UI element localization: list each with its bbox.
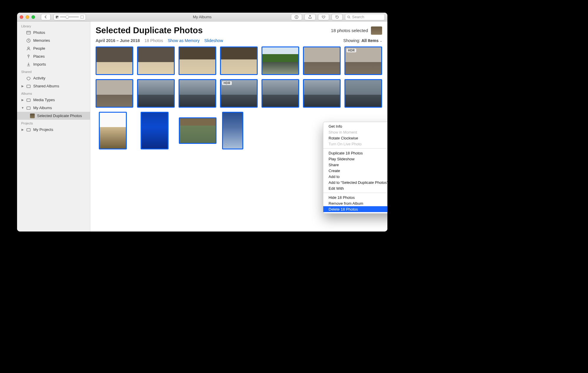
thumbnail-size-slider[interactable] xyxy=(54,14,86,20)
sidebar-item-media-types[interactable]: ▶Media Types xyxy=(17,96,90,104)
titlebar: My Albums Search xyxy=(17,13,387,21)
menu-show-in-moment: Show in Moment xyxy=(323,129,387,135)
menu-hide[interactable]: Hide 18 Photos xyxy=(323,194,387,200)
svg-rect-16 xyxy=(27,107,30,109)
menu-edit-with[interactable]: Edit With▶ xyxy=(323,185,387,191)
show-as-memory-link[interactable]: Show as Memory xyxy=(168,38,199,43)
photo-count: 18 Photos xyxy=(144,38,163,43)
menu-turn-on-live-photo: Turn On Live Photo xyxy=(323,141,387,147)
menu-add-to[interactable]: Add to▶ xyxy=(323,174,387,179)
chevron-down-icon: ⌄ xyxy=(380,39,382,42)
context-menu: Get Info Show in Moment Rotate Clockwise… xyxy=(323,122,387,214)
minimize-window-button[interactable] xyxy=(26,15,29,19)
photos-app-window: My Albums Search Library Photos xyxy=(17,13,387,232)
album-title: Selected Duplicate Photos xyxy=(96,26,203,35)
search-icon xyxy=(347,15,351,19)
info-button[interactable] xyxy=(291,14,302,20)
sidebar-label: People xyxy=(33,46,45,51)
sidebar-item-imports[interactable]: Imports xyxy=(17,60,90,68)
menu-play-slideshow[interactable]: Play Slideshow xyxy=(323,156,387,162)
svg-rect-1 xyxy=(57,16,58,17)
sidebar-label: My Projects xyxy=(33,127,53,132)
photo-thumb[interactable] xyxy=(137,46,175,75)
grid-small-icon xyxy=(56,16,58,18)
close-window-button[interactable] xyxy=(20,15,23,19)
sidebar-section-shared: Shared xyxy=(17,68,90,74)
menu-create[interactable]: Create▶ xyxy=(323,168,387,174)
share-button[interactable] xyxy=(304,14,316,20)
photo-thumb[interactable]: HDR xyxy=(220,79,258,108)
menu-delete[interactable]: Delete 18 Photos xyxy=(323,206,387,212)
photo-thumb[interactable]: ♡ xyxy=(222,112,243,149)
sidebar-label: My Albums xyxy=(33,106,52,110)
favorite-button[interactable] xyxy=(318,14,329,20)
svg-rect-3 xyxy=(57,17,58,18)
photo-thumb[interactable] xyxy=(220,46,258,75)
svg-rect-7 xyxy=(296,17,297,18)
sidebar-item-my-albums[interactable]: ▼My Albums xyxy=(17,104,90,112)
showing-value[interactable]: All Items xyxy=(362,38,379,43)
sidebar-item-my-projects[interactable]: ▶My Projects xyxy=(17,126,90,134)
key-photo-thumbnail[interactable] xyxy=(371,26,382,35)
sidebar-label: Imports xyxy=(33,62,46,66)
menu-remove-from-album[interactable]: Remove from Album xyxy=(323,200,387,206)
search-field[interactable]: Search xyxy=(345,14,385,20)
photo-thumb[interactable] xyxy=(261,46,299,75)
svg-point-8 xyxy=(348,16,350,18)
sidebar-item-memories[interactable]: Memories xyxy=(17,36,90,44)
menu-rotate-clockwise[interactable]: Rotate Clockwise xyxy=(323,135,387,141)
photo-thumb[interactable] xyxy=(303,79,341,108)
photo-thumb[interactable]: HDR xyxy=(344,46,382,75)
svg-point-6 xyxy=(296,16,297,16)
sidebar-section-albums: Albums xyxy=(17,90,90,96)
photo-thumb[interactable] xyxy=(137,79,175,108)
sidebar-item-photos[interactable]: Photos xyxy=(17,29,90,36)
sidebar-label: Activity xyxy=(33,76,45,80)
sidebar-item-selected-duplicate-photos[interactable]: Selected Duplicate Photos xyxy=(17,112,90,120)
photo-thumb[interactable] xyxy=(179,79,216,108)
menu-duplicate[interactable]: Duplicate 18 Photos xyxy=(323,150,387,156)
sidebar-label: Media Types xyxy=(33,98,55,102)
svg-rect-15 xyxy=(27,99,30,101)
main-content: Selected Duplicate Photos 18 photos sele… xyxy=(90,21,387,232)
back-button[interactable] xyxy=(41,14,51,20)
svg-rect-14 xyxy=(27,85,30,88)
svg-point-12 xyxy=(28,47,29,49)
sidebar-item-activity[interactable]: Activity xyxy=(17,74,90,82)
showing-label: Showing: xyxy=(343,38,360,43)
sidebar: Library Photos Memories People Places Im… xyxy=(17,21,90,232)
menu-share[interactable]: Share▶ xyxy=(323,162,387,168)
sidebar-section-projects: Projects xyxy=(17,120,90,126)
photo-thumb[interactable] xyxy=(99,112,127,149)
photo-thumb[interactable] xyxy=(344,79,382,108)
sidebar-item-people[interactable]: People xyxy=(17,44,90,52)
grid-large-icon xyxy=(81,16,84,19)
photo-thumb[interactable] xyxy=(96,46,133,75)
sidebar-label: Photos xyxy=(33,30,45,35)
photo-thumb[interactable] xyxy=(303,46,341,75)
photo-thumb[interactable] xyxy=(261,79,299,108)
menu-get-info[interactable]: Get Info xyxy=(323,123,387,129)
heart-icon: ♡ xyxy=(224,143,228,147)
hdr-badge: HDR xyxy=(222,81,232,85)
slideshow-link[interactable]: Slideshow xyxy=(204,38,223,43)
sidebar-label: Shared Albums xyxy=(33,84,59,88)
sidebar-item-places[interactable]: Places xyxy=(17,52,90,60)
photo-thumb[interactable] xyxy=(96,79,133,108)
sidebar-label: Places xyxy=(33,54,45,59)
zoom-window-button[interactable] xyxy=(31,15,35,19)
svg-point-13 xyxy=(28,55,29,56)
svg-rect-2 xyxy=(56,17,57,18)
photo-thumb[interactable] xyxy=(141,112,169,149)
photo-thumb[interactable] xyxy=(179,117,216,144)
rotate-button[interactable] xyxy=(332,14,343,20)
hdr-badge: HDR xyxy=(347,49,356,52)
window-title: My Albums xyxy=(193,15,212,19)
sidebar-section-library: Library xyxy=(17,23,90,29)
sidebar-item-shared-albums[interactable]: ▶Shared Albums xyxy=(17,82,90,90)
sidebar-label: Selected Duplicate Photos xyxy=(37,114,82,118)
date-range: April 2016 – June 2018 xyxy=(96,38,140,43)
search-placeholder: Search xyxy=(352,15,364,19)
menu-add-to-album[interactable]: Add to “Selected Duplicate Photos” xyxy=(323,179,387,185)
photo-thumb[interactable] xyxy=(179,46,216,75)
